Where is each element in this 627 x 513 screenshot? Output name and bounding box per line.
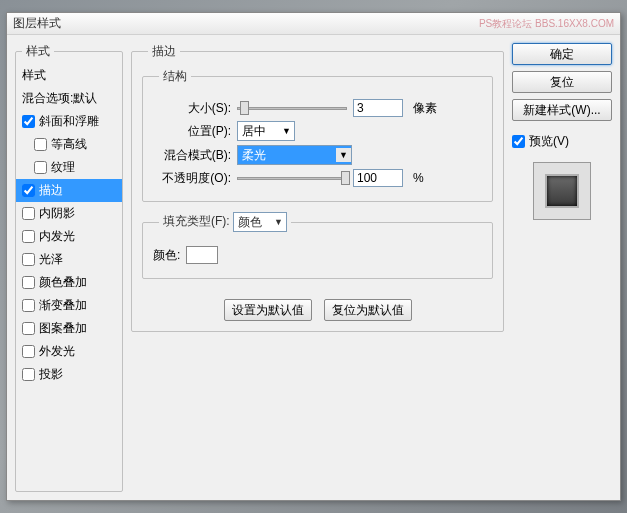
blend-value: 柔光 [242,147,266,164]
structure-legend: 结构 [159,68,191,85]
style-label: 描边 [39,182,63,199]
style-label: 颜色叠加 [39,274,87,291]
dialog-title: 图层样式 [13,15,61,32]
preview-label: 预览(V) [529,133,569,150]
set-default-button[interactable]: 设置为默认值 [224,299,312,321]
style-checkbox[interactable] [22,207,35,220]
style-label: 内阴影 [39,205,75,222]
layer-style-dialog: 图层样式 PS教程论坛 BBS.16XX8.COM 样式 样式混合选项:默认斜面… [6,12,621,501]
titlebar: 图层样式 PS教程论坛 BBS.16XX8.COM [7,13,620,35]
size-label: 大小(S): [153,100,231,117]
style-label: 投影 [39,366,63,383]
chevron-down-icon: ▼ [336,148,351,162]
preview-swatch [545,174,579,208]
style-item[interactable]: 图案叠加 [16,317,122,340]
styles-legend: 样式 [22,43,54,60]
style-label: 等高线 [51,136,87,153]
style-item[interactable]: 等高线 [16,133,122,156]
color-swatch[interactable] [186,246,218,264]
style-checkbox[interactable] [22,253,35,266]
color-label: 颜色: [153,247,180,264]
style-checkbox[interactable] [34,161,47,174]
style-label: 斜面和浮雕 [39,113,99,130]
size-unit: 像素 [413,100,437,117]
style-item[interactable]: 内阴影 [16,202,122,225]
main-panel: 描边 结构 大小(S): 像素 位置(P): 居中 ▼ [131,43,504,332]
reset-default-button[interactable]: 复位为默认值 [324,299,412,321]
style-item[interactable]: 混合选项:默认 [16,87,122,110]
style-label: 内发光 [39,228,75,245]
opacity-label: 不透明度(O): [153,170,231,187]
position-value: 居中 [242,123,266,140]
style-item[interactable]: 外发光 [16,340,122,363]
style-checkbox[interactable] [22,299,35,312]
style-label: 样式 [22,67,46,84]
style-item[interactable]: 斜面和浮雕 [16,110,122,133]
blend-mode-dropdown[interactable]: 柔光 ▼ [237,145,352,165]
style-item[interactable]: 渐变叠加 [16,294,122,317]
size-slider[interactable] [237,107,347,110]
opacity-slider[interactable] [237,177,347,180]
opacity-input[interactable] [353,169,403,187]
style-item[interactable]: 样式 [16,64,122,87]
style-checkbox[interactable] [22,115,35,128]
style-label: 纹理 [51,159,75,176]
style-item[interactable]: 纹理 [16,156,122,179]
size-input[interactable] [353,99,403,117]
style-checkbox[interactable] [22,368,35,381]
ok-button[interactable]: 确定 [512,43,612,65]
style-item[interactable]: 投影 [16,363,122,386]
style-label: 外发光 [39,343,75,360]
style-checkbox[interactable] [34,138,47,151]
main-legend: 描边 [148,43,180,60]
style-label: 光泽 [39,251,63,268]
style-checkbox[interactable] [22,230,35,243]
preview-box [533,162,591,220]
fill-type-dropdown[interactable]: 颜色 ▼ [233,212,287,232]
position-label: 位置(P): [153,123,231,140]
style-item[interactable]: 光泽 [16,248,122,271]
style-label: 图案叠加 [39,320,87,337]
fill-type-value: 颜色 [238,214,262,231]
style-checkbox[interactable] [22,322,35,335]
style-label: 混合选项:默认 [22,90,97,107]
preview-checkbox[interactable] [512,135,525,148]
style-label: 渐变叠加 [39,297,87,314]
new-style-button[interactable]: 新建样式(W)... [512,99,612,121]
style-item[interactable]: 描边 [16,179,122,202]
right-panel: 确定 复位 新建样式(W)... 预览(V) [512,43,612,492]
chevron-down-icon: ▼ [282,126,291,136]
style-checkbox[interactable] [22,345,35,358]
fill-type-label: 填充类型(F): [163,214,230,228]
chevron-down-icon: ▼ [274,217,283,227]
opacity-unit: % [413,171,424,185]
styles-panel: 样式 样式混合选项:默认斜面和浮雕等高线纹理描边内阴影内发光光泽颜色叠加渐变叠加… [15,43,123,492]
style-item[interactable]: 颜色叠加 [16,271,122,294]
position-dropdown[interactable]: 居中 ▼ [237,121,295,141]
style-checkbox[interactable] [22,184,35,197]
fill-group: 填充类型(F): 颜色 ▼ 颜色: [142,212,493,279]
fill-legend: 填充类型(F): 颜色 ▼ [159,212,291,232]
style-checkbox[interactable] [22,276,35,289]
watermark: PS教程论坛 BBS.16XX8.COM [479,17,614,31]
structure-group: 结构 大小(S): 像素 位置(P): 居中 ▼ [142,68,493,202]
blend-label: 混合模式(B): [153,147,231,164]
style-item[interactable]: 内发光 [16,225,122,248]
cancel-button[interactable]: 复位 [512,71,612,93]
